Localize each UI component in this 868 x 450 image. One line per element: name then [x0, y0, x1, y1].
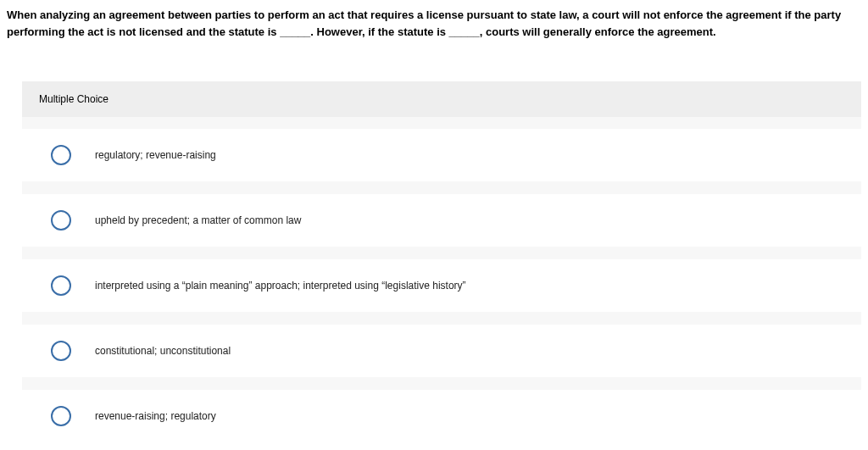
- option-label: regulatory; revenue-raising: [95, 149, 216, 161]
- radio-icon[interactable]: [51, 406, 71, 426]
- radio-icon[interactable]: [51, 275, 71, 296]
- question-text: When analyzing an agreement between part…: [7, 7, 861, 41]
- option-row[interactable]: revenue-raising; regulatory: [22, 390, 861, 442]
- radio-icon[interactable]: [51, 210, 71, 231]
- option-label: revenue-raising; regulatory: [95, 410, 216, 422]
- option-row[interactable]: regulatory; revenue-raising: [22, 129, 861, 181]
- multiple-choice-block: Multiple Choice regulatory; revenue-rais…: [22, 81, 861, 442]
- radio-icon[interactable]: [51, 341, 71, 361]
- option-row[interactable]: constitutional; unconstitutional: [22, 325, 861, 377]
- option-row[interactable]: upheld by precedent; a matter of common …: [22, 194, 861, 247]
- section-label: Multiple Choice: [22, 81, 861, 117]
- options-list: regulatory; revenue-raising upheld by pr…: [22, 117, 861, 442]
- radio-icon[interactable]: [51, 145, 71, 165]
- option-row[interactable]: interpreted using a “plain meaning” appr…: [22, 259, 861, 312]
- option-label: interpreted using a “plain meaning” appr…: [95, 280, 466, 292]
- option-label: upheld by precedent; a matter of common …: [95, 214, 301, 226]
- option-label: constitutional; unconstitutional: [95, 345, 231, 357]
